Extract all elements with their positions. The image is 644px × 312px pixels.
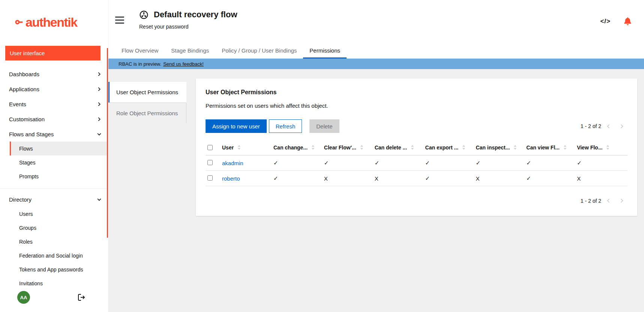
authentik-logo-icon (15, 18, 24, 26)
row-checkbox[interactable] (207, 160, 213, 165)
sidebar-item-label: Groups (19, 225, 36, 231)
sidebar-item-label: Customisation (9, 116, 45, 122)
sidebar-item-label: Users (19, 211, 33, 217)
user-link[interactable]: akadmin (222, 160, 243, 166)
sidebar-nav: Dashboards Applications Events Customisa… (0, 66, 108, 288)
sort-icon[interactable] (311, 145, 315, 150)
sidebar-item-label: Federation and Social login (19, 253, 83, 259)
sort-icon[interactable] (411, 145, 414, 150)
perm-cell: X (577, 175, 627, 182)
pagination-label: 1 - 2 of 2 (581, 123, 601, 129)
vtab-user-object-permissions[interactable]: User Object Permissions (108, 82, 186, 102)
tab-stage-bindings[interactable]: Stage Bindings (165, 43, 215, 59)
sidebar-item-roles[interactable]: Roles (10, 235, 108, 249)
perm-cell: ✓ (577, 160, 627, 166)
vertical-tabs: User Object Permissions Role Object Perm… (108, 82, 186, 123)
perm-cell: ✓ (526, 175, 577, 182)
nav-divider (0, 188, 108, 189)
delete-button[interactable]: Delete (309, 119, 339, 133)
pagination-prev-icon[interactable] (603, 197, 614, 204)
feedback-link[interactable]: Send us feedback! (163, 61, 204, 67)
header-icons: </> (600, 17, 636, 25)
sidebar-item-label: Tokens and App passwords (19, 267, 83, 273)
perm-cell: ✓ (324, 160, 375, 166)
sidebar-item-label: Invitations (19, 280, 43, 286)
sidebar-item-groups[interactable]: Groups (10, 221, 108, 235)
refresh-button[interactable]: Refresh (269, 119, 302, 133)
perm-cell: ✓ (375, 160, 425, 166)
title-block: Default recovery flow Reset your passwor… (139, 10, 237, 30)
chevron-down-icon (97, 197, 101, 202)
sort-icon[interactable] (462, 145, 465, 150)
tab-policy-group-user-bindings[interactable]: Policy / Group / User Bindings (215, 43, 303, 59)
page-title: Default recovery flow (154, 10, 237, 20)
sidebar-item-applications[interactable]: Applications (0, 81, 108, 96)
assign-to-new-user-button[interactable]: Assign to new user (206, 119, 267, 133)
sidebar-item-flows-and-stages[interactable]: Flows and Stages (0, 127, 108, 142)
card-title: User Object Permissions (206, 89, 627, 96)
sidebar-item-directory[interactable]: Directory (0, 192, 108, 207)
sort-icon[interactable] (606, 145, 609, 150)
sidebar-item-label: Flows and Stages (9, 131, 54, 137)
sidebar-scrollbar-accent (107, 48, 108, 238)
sidebar-item-customisation[interactable]: Customisation (0, 112, 108, 127)
pagination-bottom: 1 - 2 of 2 (581, 197, 627, 204)
select-all-checkbox[interactable] (207, 145, 213, 150)
sidebar-item-label: Stages (19, 160, 36, 166)
sort-icon[interactable] (237, 145, 241, 150)
perm-cell: X (324, 175, 375, 182)
banner-text: RBAC is in preview. (119, 61, 161, 67)
rbac-preview-banner: RBAC is in preview. Send us feedback! (108, 59, 644, 69)
sidebar-item-user-interface[interactable]: User interface (5, 46, 101, 60)
pagination-label: 1 - 2 of 2 (581, 198, 601, 204)
sidebar-item-federation[interactable]: Federation and Social login (10, 249, 108, 262)
chevron-right-icon (97, 72, 101, 76)
perm-cell: X (375, 175, 425, 182)
tab-permissions[interactable]: Permissions (303, 43, 347, 59)
content-area: User Object Permissions Role Object Perm… (108, 69, 644, 312)
sort-icon[interactable] (563, 145, 567, 150)
perm-cell: ✓ (526, 160, 577, 166)
api-drawer-icon[interactable]: </> (600, 18, 611, 25)
sidebar-item-stages[interactable]: Stages (10, 155, 108, 169)
vtab-role-object-permissions[interactable]: Role Object Permissions (108, 102, 186, 123)
perm-cell: ✓ (273, 175, 324, 182)
sidebar-item-prompts[interactable]: Prompts (10, 169, 108, 183)
chevron-right-icon (97, 102, 101, 106)
table-row: akadmin ✓ ✓ ✓ ✓ ✓ ✓ ✓ (206, 155, 627, 171)
pagination-top: 1 - 2 of 2 (581, 123, 627, 130)
sidebar-item-label: Prompts (19, 173, 39, 179)
row-checkbox[interactable] (207, 175, 213, 181)
avatar[interactable]: AA (17, 291, 30, 304)
notifications-bell-icon[interactable] (624, 17, 631, 25)
chevron-down-icon (97, 132, 101, 136)
perm-cell: ✓ (273, 160, 324, 166)
logout-button[interactable] (78, 294, 86, 301)
hamburger-menu-icon[interactable] (115, 17, 124, 24)
table-header-row: User Can change... Clear Flow'... Can de… (206, 140, 627, 155)
sidebar-item-users[interactable]: Users (10, 207, 108, 221)
chevron-right-icon (97, 87, 101, 91)
sidebar-item-flows[interactable]: Flows (10, 142, 108, 155)
toolbar: Assign to new user Refresh Delete 1 - 2 … (206, 119, 627, 133)
sidebar-item-dashboards[interactable]: Dashboards (0, 66, 108, 81)
sidebar-item-invitations[interactable]: Invitations (10, 276, 108, 288)
logout-icon (78, 294, 86, 301)
sidebar-item-tokens[interactable]: Tokens and App passwords (10, 262, 108, 276)
sidebar-item-label: Roles (19, 239, 33, 245)
perm-cell: X (476, 175, 526, 182)
sort-icon[interactable] (360, 145, 363, 150)
pagination-prev-icon[interactable] (603, 123, 614, 130)
sidebar: authentik User interface Dashboards Appl… (0, 0, 108, 312)
sort-icon[interactable] (513, 145, 517, 150)
tab-flow-overview[interactable]: Flow Overview (115, 43, 165, 59)
app-logo[interactable]: authentik (0, 0, 108, 44)
perm-cell: ✓ (425, 160, 476, 166)
sidebar-item-label: Dashboards (9, 71, 39, 77)
main-area: Default recovery flow Reset your passwor… (108, 0, 644, 312)
pagination-next-icon[interactable] (616, 197, 627, 204)
permissions-card: User Object Permissions Permissions set … (196, 78, 637, 216)
sidebar-item-events[interactable]: Events (0, 96, 108, 112)
pagination-next-icon[interactable] (616, 123, 627, 130)
user-link[interactable]: roberto (222, 175, 240, 182)
